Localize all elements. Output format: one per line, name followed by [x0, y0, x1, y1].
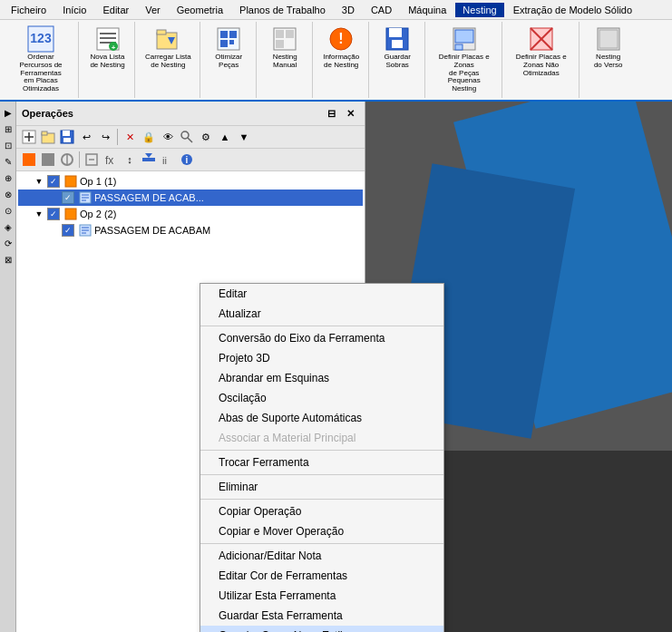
sidebar-icon-8[interactable]: ◈: [1, 219, 15, 234]
menu-planos[interactable]: Planos de Trabalho: [232, 3, 333, 17]
tb-btn-gear[interactable]: ⚙: [197, 128, 215, 146]
tb-btn-r3[interactable]: [58, 151, 76, 169]
tb-btn-r5[interactable]: fx: [102, 151, 120, 169]
tb-btn-search[interactable]: [178, 128, 196, 146]
menu-geometria[interactable]: Geometria: [170, 3, 230, 17]
ctx-adicionar-nota[interactable]: Adicionar/Editar Nota: [200, 546, 443, 566]
sidebar-icon-5[interactable]: ⊕: [1, 170, 15, 185]
tb-btn-r6[interactable]: ↕: [121, 151, 139, 169]
svg-rect-60: [65, 209, 76, 219]
ribbon-btn-ordenar[interactable]: 123 Ordenar Percursos de Ferramentasem P…: [9, 24, 73, 94]
tree-checkbox-op1[interactable]: ✓: [47, 175, 60, 188]
menu-ficheiro[interactable]: Ficheiro: [4, 3, 54, 17]
ctx-guardar-ferramenta[interactable]: Guardar Esta Ferramenta: [200, 606, 443, 626]
ordenar-icon: 123: [26, 24, 55, 53]
ctx-copiar-mover[interactable]: Copiar e Mover Operação: [200, 521, 443, 541]
ctx-utilizar[interactable]: Utilizar Esta Ferramenta: [200, 586, 443, 606]
tb-btn-r2[interactable]: [39, 151, 57, 169]
ribbon-btn-nova-lista[interactable]: + Nova Listade Nesting: [87, 24, 127, 71]
ctx-editar-cor[interactable]: Editar Cor de Ferramentas: [200, 566, 443, 586]
ctx-projeto[interactable]: Projeto 3D: [200, 348, 443, 368]
svg-rect-32: [599, 30, 618, 48]
tb-btn-r1[interactable]: [20, 151, 38, 169]
tree-checkbox-p1[interactable]: ✓: [62, 191, 74, 204]
sidebar-icon-6[interactable]: ⊗: [1, 187, 15, 201]
tb-btn-up[interactable]: ▲: [216, 128, 234, 146]
svg-rect-12: [220, 31, 228, 38]
tree-item-passagem2[interactable]: ✓ PASSAGEM DE ACABAM: [18, 222, 363, 238]
menu-maquina[interactable]: Máquina: [401, 3, 453, 17]
menu-inicio[interactable]: Início: [55, 3, 93, 17]
tb-btn-undo[interactable]: ↩: [77, 128, 95, 146]
menu-3d[interactable]: 3D: [335, 3, 362, 17]
svg-rect-43: [23, 153, 35, 166]
ribbon-btn-nesting-verso[interactable]: Nestingdo Verso: [591, 24, 626, 71]
ctx-sep-5: [200, 543, 443, 544]
ctx-conversao[interactable]: Conversão do Eixo da Ferramenta: [200, 328, 443, 348]
ribbon-btn-definir[interactable]: Definir Placas e Zonasde Peças PequenasN…: [433, 24, 496, 94]
ribbon-group-nesting-verso: Nestingdo Verso: [581, 22, 636, 98]
ctx-eliminar[interactable]: Eliminar: [200, 477, 443, 497]
tree-checkbox-op2[interactable]: ✓: [47, 208, 60, 220]
ribbon-group-otimizar: OtimizarPeças: [202, 22, 257, 98]
ctx-abrandar[interactable]: Abrandar em Esquinas: [200, 368, 443, 388]
panel-close-icon[interactable]: ✕: [341, 104, 359, 122]
tb-btn-eye[interactable]: 👁: [159, 128, 177, 146]
svg-rect-39: [63, 131, 70, 136]
ctx-abas[interactable]: Abas de Suporte Automáticas: [200, 408, 443, 428]
svg-rect-27: [455, 44, 463, 50]
sidebar-icon-9[interactable]: ⟳: [1, 236, 15, 250]
ctx-editar[interactable]: Editar: [200, 284, 443, 304]
ribbon-btn-guardar[interactable]: GuardarSobras: [380, 24, 414, 71]
ribbon-btn-nesting-manual[interactable]: NestingManual: [268, 24, 302, 71]
tb-btn-r9[interactable]: i: [178, 151, 196, 169]
menu-nesting[interactable]: Nesting: [455, 3, 503, 17]
menu-cad[interactable]: CAD: [364, 3, 399, 17]
ctx-trocar[interactable]: Trocar Ferramenta: [200, 452, 443, 472]
tb-btn-delete[interactable]: ✕: [121, 128, 139, 146]
ctx-copiar-op[interactable]: Copiar Operação: [200, 501, 443, 521]
tree-toggle-op1[interactable]: ▼: [33, 175, 45, 188]
tb-btn-r4[interactable]: [83, 151, 101, 169]
sidebar-icon-2[interactable]: ⊞: [1, 122, 15, 136]
ribbon-btn-carregar[interactable]: Carregar Listade Nesting: [142, 24, 194, 71]
ribbon-group-carregar: Carregar Listade Nesting: [137, 22, 200, 98]
tb-btn-r8[interactable]: ii: [159, 151, 177, 169]
sidebar-icon-3[interactable]: ⊡: [1, 138, 15, 152]
svg-text:ii: ii: [162, 155, 167, 166]
sidebar-icon-4[interactable]: ✎: [1, 154, 15, 169]
tree-toggle-op2[interactable]: ▼: [33, 208, 45, 220]
ribbon-btn-informacao[interactable]: ! Informaçãode Nesting: [320, 24, 362, 71]
sidebar-icon-1[interactable]: ▶: [1, 105, 15, 120]
ctx-oscilacao[interactable]: Oscilação: [200, 388, 443, 408]
nova-lista-label: Nova Listade Nesting: [90, 53, 124, 70]
ribbon-btn-definir2[interactable]: Definir Placas eZonas Não Otimizadas: [510, 24, 573, 78]
ctx-atualizar[interactable]: Atualizar: [200, 304, 443, 324]
ribbon-btn-otimizar[interactable]: OtimizarPeças: [211, 24, 246, 71]
menu-editar[interactable]: Editar: [95, 3, 136, 17]
tb-btn-new[interactable]: [20, 128, 38, 146]
ribbon-content: 123 Ordenar Percursos de Ferramentasem P…: [0, 20, 672, 100]
tree-item-op1[interactable]: ▼ ✓ Op 1 (1): [18, 173, 363, 190]
panel-dock-icon[interactable]: ⊟: [322, 104, 340, 122]
definir-icon: [450, 24, 479, 53]
tb-btn-r7[interactable]: [140, 151, 158, 169]
tb-btn-down[interactable]: ▼: [235, 128, 253, 146]
tree-checkbox-p2[interactable]: ✓: [62, 224, 74, 237]
panel-title: Operações: [22, 108, 73, 119]
menu-ver[interactable]: Ver: [138, 3, 168, 17]
tree-item-op2[interactable]: ▼ ✓ Op 2 (2): [18, 206, 363, 222]
menu-extracao[interactable]: Extração de Modelo Sólido: [506, 3, 639, 17]
tb-btn-save[interactable]: [58, 128, 76, 146]
svg-rect-14: [220, 40, 228, 47]
tree-item-passagem1[interactable]: ✓ PASSAGEM DE ACAB...: [18, 190, 363, 206]
ctx-guardar-novo-estilo[interactable]: Guardar Como Novo Estilo: [200, 626, 443, 632]
ribbon-group-ordenar: 123 Ordenar Percursos de Ferramentasem P…: [4, 22, 79, 98]
tb-btn-lock[interactable]: 🔒: [140, 128, 158, 146]
tb-btn-redo[interactable]: ↪: [96, 128, 114, 146]
tb-btn-open[interactable]: [39, 128, 57, 146]
sidebar-icon-10[interactable]: ⊠: [1, 252, 15, 267]
sidebar-icon-7[interactable]: ⊙: [1, 203, 15, 218]
ordenar-label: Ordenar Percursos de Ferramentasem Placa…: [12, 53, 70, 93]
svg-text:123: 123: [30, 31, 52, 45]
